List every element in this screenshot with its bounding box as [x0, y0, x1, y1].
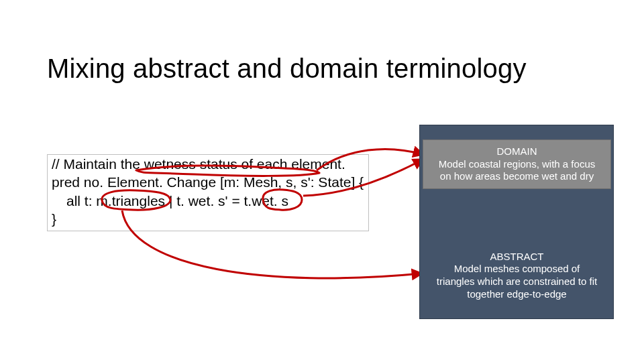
- code-line-2: pred no. Element. Change [m: Mesh, s, s'…: [52, 173, 364, 191]
- abstract-card: ABSTRACT Model meshes composed of triang…: [423, 245, 611, 306]
- domain-heading: DOMAIN: [423, 145, 610, 158]
- terminology-panel: DOMAIN Model coastal regions, with a foc…: [419, 125, 614, 319]
- domain-card: DOMAIN Model coastal regions, with a foc…: [423, 139, 611, 189]
- abstract-desc-line1: Model meshes composed of: [423, 263, 611, 276]
- code-line-1: // Maintain the wetness status of each e…: [52, 155, 364, 173]
- abstract-desc-line2: triangles which are constrained to fit: [423, 276, 611, 288]
- slide-title: Mixing abstract and domain terminology: [47, 54, 527, 84]
- code-line-4: }: [52, 210, 364, 228]
- code-comment: // Maintain the: [52, 156, 144, 172]
- triangles-term: triangles: [112, 193, 165, 208]
- code-line-3: all t: m.triangles | t. wet. s' = t.wet.…: [52, 192, 364, 210]
- slide: Mixing abstract and domain terminology /…: [0, 0, 644, 362]
- domain-desc-line2: on how areas become wet and dry: [423, 170, 610, 183]
- state-var-s: s, s': [286, 174, 311, 190]
- code-comment-rest: status of each element.: [196, 156, 345, 172]
- code-snippet-box: // Maintain the wetness status of each e…: [47, 154, 369, 231]
- domain-desc-line1: Model coastal regions, with a focus: [423, 158, 610, 171]
- code-comment-wet: wetness: [144, 156, 196, 172]
- abstract-desc-line3: together edge-to-edge: [423, 288, 611, 301]
- abstract-heading: ABSTRACT: [423, 251, 611, 263]
- wet-term: wet: [252, 193, 274, 208]
